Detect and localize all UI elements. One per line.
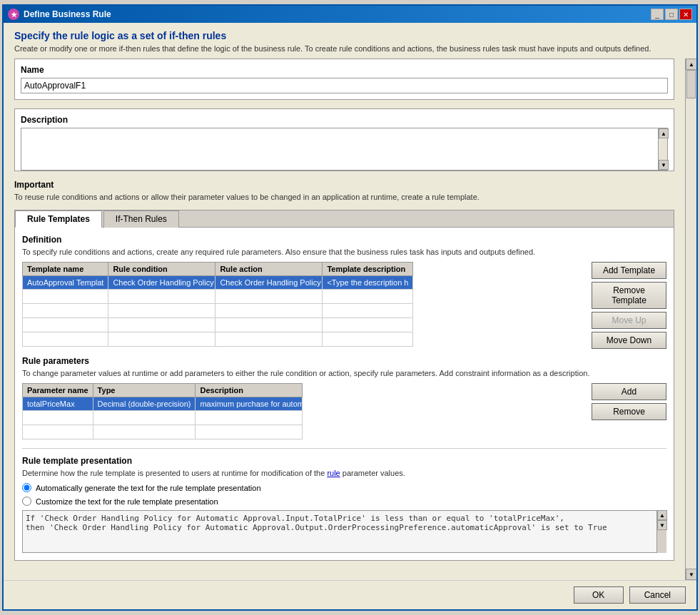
important-text: To reuse rule conditions and actions or … [14,193,674,201]
pres-desc-end: parameter values. [343,469,405,477]
scroll-thumb[interactable] [686,70,696,98]
description-section: Description ▲ ▼ [14,108,674,171]
param-desc-cell: maximum purchase for automatic approval [196,397,303,411]
table-empty-row-3 [23,318,413,332]
radio-customize-label: Customize the text for the rule template… [36,497,218,506]
maximize-button[interactable]: □ [665,9,678,20]
definition-title: Definition [22,235,666,245]
desc-scroll-track [659,138,667,160]
param-col-type: Type [93,384,196,397]
param-name-cell: totalPriceMax [23,397,93,411]
name-section: Name [14,59,674,100]
name-label: Name [21,65,668,75]
presentation-text-area: ▲ ▼ [22,510,666,553]
rule-params-table: Parameter name Type Description totalPri [22,383,303,439]
main-window: ★ Define Business Rule _ □ ✕ Specify the… [2,4,698,611]
title-bar-left: ★ Define Business Rule [8,9,111,20]
minimize-button[interactable]: _ [651,9,664,20]
radio-customize: Customize the text for the rule template… [22,497,666,506]
tab-content: Definition To specify rule conditions an… [15,228,674,560]
definition-buttons: Add Template Remove Template Move Up Mov… [592,262,666,349]
cell-rule-action: Check Order Handling Policy for Automati… [215,276,323,290]
name-input[interactable] [21,78,668,93]
radio-auto-generate-label: Automatically generate the text for the … [36,484,261,492]
footer: OK Cancel [4,580,696,609]
scroll-down-btn[interactable]: ▼ [686,569,696,580]
param-type-cell: Decimal (double-precision) [93,397,196,411]
pres-scrollbar[interactable]: ▲ ▼ [656,510,666,553]
table-empty-row-4 [23,332,413,347]
radio-auto-generate-input[interactable] [22,483,31,492]
table-row[interactable]: AutoApproval Templat Check Order Handlin… [23,276,413,290]
table-empty-row-1 [23,290,413,304]
cell-template-desc: <Type the description h [323,276,413,290]
window-icon: ★ [8,9,19,20]
ok-button[interactable]: OK [574,586,624,604]
rule-params-description: To change parameter values at runtime or… [22,369,666,377]
main-body: Name Description ▲ ▼ [4,59,696,580]
desc-scroll-down[interactable]: ▼ [659,160,669,170]
title-bar: ★ Define Business Rule _ □ ✕ [4,6,696,23]
tab-rule-templates[interactable]: Rule Templates [15,210,102,228]
cancel-button[interactable]: Cancel [629,586,686,604]
add-param-button[interactable]: Add [592,383,666,400]
definition-table-area: Template name Rule condition Rule action… [22,262,666,349]
description-wrapper: ▲ ▼ [21,128,668,171]
rule-params-title: Rule parameters [22,356,666,366]
pres-scroll-down[interactable]: ▼ [657,520,667,530]
rule-template-pres-desc: Determine how the rule template is prese… [22,469,666,477]
definition-table: Template name Rule condition Rule action… [22,262,413,347]
add-template-button[interactable]: Add Template [592,262,666,279]
cell-template-name: AutoApproval Templat [23,276,108,290]
param-col-desc: Description [196,384,303,397]
tab-bar: Rule Templates If-Then Rules [15,210,674,228]
radio-customize-input[interactable] [22,497,31,506]
description-textarea[interactable] [21,128,658,171]
radio-auto-generate: Automatically generate the text for the … [22,483,666,492]
header-description: Create or modify one or more if-then rul… [14,44,686,53]
col-rule-action: Rule action [215,263,323,276]
header-title: Specify the rule logic as a set of if-th… [14,30,686,41]
rule-template-pres-title: Rule template presentation [22,456,666,466]
tab-if-then-rules[interactable]: If-Then Rules [103,210,179,228]
pres-desc-link[interactable]: rule [327,469,340,477]
remove-param-button[interactable]: Remove [592,403,666,420]
rule-params-table-wrapper: Parameter name Type Description totalPri [22,383,586,439]
cell-rule-condition: Check Order Handling Policy for Automati… [108,276,215,290]
col-template-desc: Template description [323,263,413,276]
rule-params-area: Parameter name Type Description totalPri [22,383,666,439]
desc-scroll-up[interactable]: ▲ [659,128,669,138]
col-rule-condition: Rule condition [108,263,215,276]
param-col-name: Parameter name [23,384,93,397]
param-empty-row-1 [23,411,303,425]
header-area: Specify the rule logic as a set of if-th… [4,23,696,59]
scroll-track[interactable] [686,70,696,569]
table-empty-row-2 [23,304,413,318]
window-content: Specify the rule logic as a set of if-th… [4,23,696,609]
window-title: Define Business Rule [24,9,111,19]
description-label: Description [21,115,668,125]
description-scrollbar[interactable]: ▲ ▼ [658,128,668,171]
move-up-button[interactable]: Move Up [592,312,666,329]
tabs-container: Rule Templates If-Then Rules Definition … [14,210,674,561]
right-scrollbar[interactable]: ▲ ▼ [685,59,696,580]
scroll-area[interactable]: Name Description ▲ ▼ [4,59,685,580]
rule-params-section: Rule parameters To change parameter valu… [22,356,666,439]
important-section: Important To reuse rule conditions and a… [14,180,674,201]
rule-template-presentation: Rule template presentation Determine how… [22,448,666,553]
pres-desc-text: Determine how the rule template is prese… [22,469,325,477]
definition-table-wrapper: Template name Rule condition Rule action… [22,262,586,347]
move-down-button[interactable]: Move Down [592,332,666,349]
title-buttons: _ □ ✕ [651,9,692,20]
presentation-text[interactable] [22,510,656,553]
scroll-up-btn[interactable]: ▲ [686,59,696,70]
pres-scroll-up[interactable]: ▲ [657,510,667,520]
rule-params-buttons: Add Remove [592,383,666,420]
definition-description: To specify rule conditions and actions, … [22,248,666,256]
close-button[interactable]: ✕ [679,9,692,20]
important-title: Important [14,180,674,190]
param-empty-row-2 [23,425,303,439]
param-table-row[interactable]: totalPriceMax Decimal (double-precision)… [23,397,303,411]
col-template-name: Template name [23,263,108,276]
remove-template-button[interactable]: Remove Template [592,282,666,309]
